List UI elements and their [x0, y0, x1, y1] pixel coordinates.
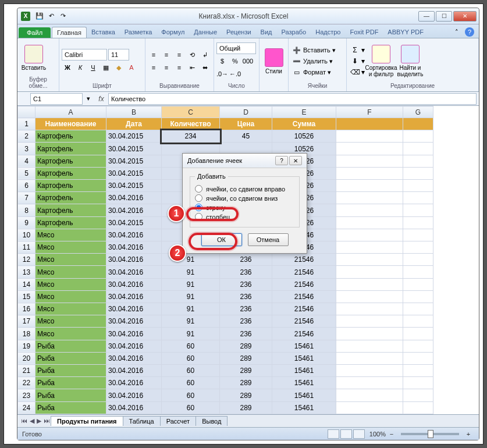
cell[interactable]: 289	[220, 352, 272, 364]
cell[interactable]: 30.04.2016	[106, 204, 162, 216]
cell[interactable]: 91	[162, 315, 220, 328]
maximize-button[interactable]: ☐	[436, 11, 452, 22]
fill-color-button[interactable]: ◆	[113, 62, 125, 73]
cell[interactable]: 30.04.2015	[106, 155, 162, 167]
cell[interactable]: Картофель	[35, 167, 106, 179]
ribbon-minimize-icon[interactable]: ˄	[451, 26, 463, 38]
qa-redo-icon[interactable]: ↷	[57, 10, 69, 22]
bold-button[interactable]: Ж	[62, 62, 73, 73]
cell[interactable]: 21546	[272, 315, 336, 328]
col-header-C[interactable]: C	[162, 106, 220, 118]
cell[interactable]: 30.04.2016	[106, 229, 162, 241]
comma-button[interactable]: 000	[242, 55, 254, 67]
page-layout-view-button[interactable]	[340, 429, 352, 439]
cell[interactable]: 30.04.2015	[106, 143, 162, 155]
cell[interactable]: Картофель	[35, 204, 106, 216]
ribbon-tab-9[interactable]: Foxit PDF	[345, 27, 383, 38]
col-header-A[interactable]: A	[35, 106, 106, 118]
dialog-close-button[interactable]: ✕	[289, 156, 302, 165]
cell[interactable]: 60	[162, 340, 220, 352]
row-header-21[interactable]: 21	[18, 365, 35, 377]
zoom-in-button[interactable]: +	[463, 428, 474, 440]
cell[interactable]: 21546	[272, 290, 336, 303]
autosum-button[interactable]: Σ▾	[349, 45, 366, 55]
cell[interactable]: Картофель	[35, 180, 106, 192]
zoom-slider[interactable]	[401, 433, 459, 435]
cell[interactable]: 10526	[272, 130, 336, 143]
clear-button[interactable]: ⌫▾	[349, 67, 366, 77]
row-header-20[interactable]: 20	[18, 352, 35, 364]
ribbon-tab-6[interactable]: Вид	[256, 27, 277, 38]
col-header-B[interactable]: B	[106, 106, 162, 118]
cell[interactable]: 60	[162, 389, 220, 401]
align-right-button[interactable]: ≡	[173, 62, 185, 73]
dialog-ok-button[interactable]: ОК	[201, 233, 242, 246]
cell[interactable]: 30.04.2016	[106, 352, 162, 364]
cell[interactable]: 236	[220, 254, 272, 266]
cell[interactable]: 30.04.2016	[106, 315, 162, 328]
formula-bar[interactable]	[108, 93, 477, 105]
cell[interactable]: 236	[220, 278, 272, 290]
cell[interactable]: 236	[220, 266, 272, 278]
help-icon[interactable]: ?	[465, 27, 474, 37]
header-cell[interactable]: Сумма	[272, 118, 336, 130]
col-header-D[interactable]: D	[220, 106, 272, 118]
radio-shift-down[interactable]: ячейки, со сдвигом вниз	[195, 194, 294, 202]
dialog-help-button[interactable]: ?	[275, 156, 288, 165]
radio-entire-column[interactable]: столбец	[195, 213, 294, 221]
cell[interactable]: 15461	[272, 352, 336, 364]
ribbon-tab-7[interactable]: Разрабо	[277, 27, 311, 38]
cell[interactable]: 30.04.2015	[106, 130, 162, 143]
name-box[interactable]	[30, 93, 83, 105]
decrease-decimal-button[interactable]: ←.0	[229, 68, 241, 80]
fx-icon[interactable]: fx	[94, 95, 108, 103]
cell[interactable]: Картофель	[35, 143, 106, 155]
row-header-13[interactable]: 13	[18, 266, 35, 278]
ribbon-tab-5[interactable]: Рецензи	[222, 27, 256, 38]
row-header-8[interactable]: 8	[18, 204, 35, 216]
col-header-G[interactable]: G	[403, 106, 433, 118]
header-cell[interactable]: Наименование	[35, 118, 106, 130]
col-header-E[interactable]: E	[272, 106, 336, 118]
cell[interactable]: 45	[220, 130, 272, 143]
increase-decimal-button[interactable]: .0→	[216, 68, 228, 80]
close-window-button[interactable]: ✕	[453, 11, 477, 22]
cell[interactable]: 289	[220, 365, 272, 377]
cell[interactable]: 30.04.2016	[106, 266, 162, 278]
cell[interactable]: Мясо	[35, 241, 106, 254]
cell[interactable]: Картофель	[35, 192, 106, 204]
cell[interactable]: Картофель	[35, 216, 106, 229]
sheet-tab-2[interactable]: Рассчет	[160, 416, 197, 426]
cell[interactable]: 289	[220, 389, 272, 401]
italic-button[interactable]: К	[74, 62, 86, 73]
cell[interactable]: Рыба	[35, 340, 106, 352]
sheet-tab-3[interactable]: Вывод	[195, 416, 227, 426]
cell[interactable]: 15461	[272, 340, 336, 352]
align-bottom-button[interactable]: ≡	[173, 49, 185, 61]
underline-button[interactable]: Ч	[87, 62, 99, 73]
cell[interactable]: 30.04.2016	[106, 365, 162, 377]
currency-button[interactable]: $	[216, 55, 228, 67]
cell[interactable]: 30.04.2016	[106, 192, 162, 204]
cells-delete-button[interactable]: ➖Удалить ▾	[291, 56, 337, 66]
sheet-tab-1[interactable]: Таблица	[123, 416, 161, 426]
ribbon-tab-4[interactable]: Данные	[189, 27, 222, 38]
cell[interactable]: 236	[220, 290, 272, 303]
col-header-F[interactable]: F	[336, 106, 403, 118]
cell[interactable]: 15461	[272, 365, 336, 377]
styles-button[interactable]: Стили	[262, 48, 286, 74]
row-header-2[interactable]: 2	[18, 130, 35, 143]
row-header-16[interactable]: 16	[18, 303, 35, 315]
header-cell[interactable]: Дата	[106, 118, 162, 130]
row-header-17[interactable]: 17	[18, 315, 35, 328]
cell[interactable]: 289	[220, 377, 272, 389]
cell[interactable]: 30.04.2016	[106, 241, 162, 254]
number-format-select[interactable]	[216, 42, 256, 54]
cell[interactable]: Рыба	[35, 401, 106, 414]
cell[interactable]: Мясо	[35, 303, 106, 315]
row-header-11[interactable]: 11	[18, 241, 35, 254]
ribbon-tab-2[interactable]: Разметка	[120, 27, 157, 38]
font-size-select[interactable]	[108, 49, 129, 61]
cell[interactable]: 91	[162, 303, 220, 315]
cell[interactable]: 91	[162, 278, 220, 290]
